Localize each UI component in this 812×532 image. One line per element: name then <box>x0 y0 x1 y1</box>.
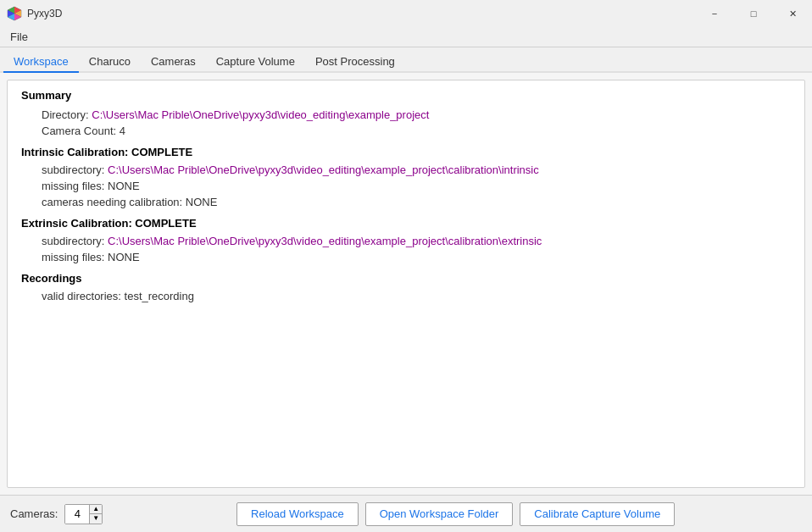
extrinsic-heading: Extrinsic Calibration: COMPLETE <box>21 217 791 230</box>
intrinsic-heading: Intrinsic Calibration: COMPLETE <box>21 146 791 158</box>
recordings-valid-label: valid directories: <box>42 290 121 302</box>
directory-value: C:\Users\Mac Prible\OneDrive\pyxy3d\vide… <box>92 108 429 121</box>
intrinsic-subdir-row: subdirectory: C:\Users\Mac Prible\OneDri… <box>42 163 791 176</box>
minimize-button[interactable]: − <box>695 0 734 27</box>
reload-workspace-button[interactable]: Reload Workspace <box>236 502 359 526</box>
summary-title: Summary <box>21 89 791 102</box>
open-workspace-folder-button[interactable]: Open Workspace Folder <box>365 502 514 526</box>
extrinsic-subdir-row: subdirectory: C:\Users\Mac Prible\OneDri… <box>42 235 791 247</box>
directory-row: Directory: C:\Users\Mac Prible\OneDrive\… <box>42 108 791 121</box>
main-content: Summary Directory: C:\Users\Mac Prible\O… <box>0 73 812 495</box>
menu-bar: File <box>0 27 812 47</box>
cameras-label: Cameras: <box>10 507 58 520</box>
maximize-button[interactable]: □ <box>734 0 773 27</box>
intrinsic-missing-value: NONE <box>108 180 140 192</box>
intrinsic-cameras-row: cameras needing calibration: NONE <box>42 196 791 208</box>
cameras-input[interactable] <box>65 505 89 524</box>
recordings-valid-value: test_recording <box>125 290 194 302</box>
spinner-up-button[interactable]: ▲ <box>90 505 102 514</box>
extrinsic-subdir-label: subdirectory: <box>42 235 104 247</box>
app-title: Pyxy3D <box>27 8 62 19</box>
tab-cameras[interactable]: Cameras <box>141 52 206 73</box>
bottom-bar: Cameras: ▲ ▼ Reload Workspace Open Works… <box>0 495 812 532</box>
extrinsic-subdir-value: C:\Users\Mac Prible\OneDrive\pyxy3d\vide… <box>108 235 542 247</box>
camera-count-row: Camera Count: 4 <box>42 125 791 137</box>
extrinsic-missing-row: missing files: NONE <box>42 251 791 263</box>
tab-workspace[interactable]: Workspace <box>3 52 79 73</box>
extrinsic-missing-value: NONE <box>108 251 140 263</box>
intrinsic-cameras-label: cameras needing calibration: <box>42 196 182 208</box>
title-bar-left: Pyxy3D <box>7 6 62 21</box>
directory-label: Directory: <box>42 108 89 121</box>
action-buttons: Reload Workspace Open Workspace Folder C… <box>109 502 802 526</box>
tab-capture-volume[interactable]: Capture Volume <box>206 52 305 73</box>
tab-bar: Workspace Charuco Cameras Capture Volume… <box>0 47 812 73</box>
intrinsic-subdir-value: C:\Users\Mac Prible\OneDrive\pyxy3d\vide… <box>108 163 539 176</box>
calibrate-capture-volume-button[interactable]: Calibrate Capture Volume <box>520 502 675 526</box>
spinner-down-button[interactable]: ▼ <box>90 513 102 524</box>
camera-count-value: 4 <box>120 125 125 137</box>
title-bar-controls: − □ ✕ <box>695 0 812 27</box>
title-bar: Pyxy3D − □ ✕ <box>0 0 812 27</box>
tab-charuco[interactable]: Charuco <box>79 52 141 73</box>
recordings-heading: Recordings <box>21 272 791 285</box>
recordings-valid-row: valid directories: test_recording <box>42 290 791 302</box>
close-button[interactable]: ✕ <box>773 0 812 27</box>
app-icon <box>7 6 22 21</box>
extrinsic-missing-label: missing files: <box>42 251 104 263</box>
intrinsic-missing-row: missing files: NONE <box>42 180 791 192</box>
intrinsic-cameras-value: NONE <box>186 196 218 208</box>
camera-count-label: Camera Count: <box>42 125 116 137</box>
summary-panel: Summary Directory: C:\Users\Mac Prible\O… <box>7 80 805 488</box>
intrinsic-missing-label: missing files: <box>42 180 104 192</box>
tab-post-processing[interactable]: Post Processing <box>305 52 405 73</box>
spinner-buttons: ▲ ▼ <box>89 505 102 524</box>
intrinsic-subdir-label: subdirectory: <box>42 163 104 176</box>
menu-file[interactable]: File <box>3 29 35 45</box>
cameras-spinner[interactable]: ▲ ▼ <box>64 504 103 524</box>
